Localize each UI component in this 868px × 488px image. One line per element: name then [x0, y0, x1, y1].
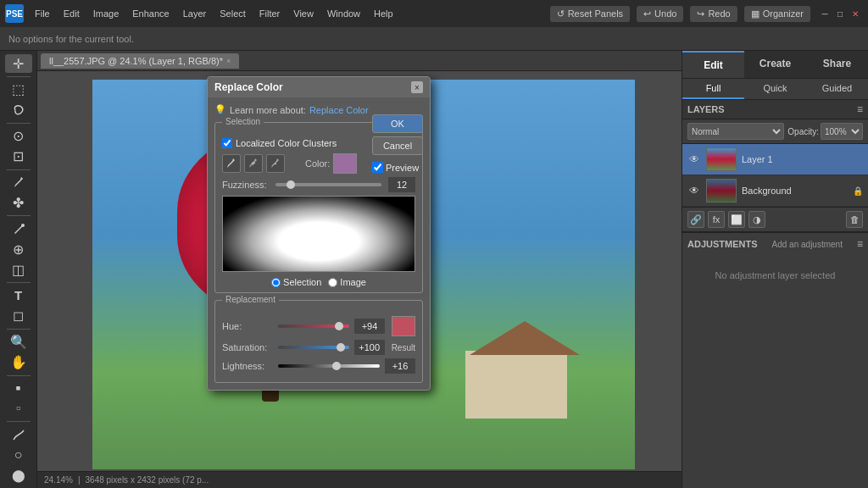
lightness-thumb[interactable] — [332, 362, 341, 370]
opacity-label: Opacity: — [787, 127, 819, 136]
spot-healing-tool[interactable]: ✤ — [5, 193, 32, 212]
color-swatch[interactable] — [333, 153, 357, 174]
saturation-slider[interactable] — [278, 346, 349, 349]
layers-menu-icon[interactable]: ≡ — [857, 103, 863, 115]
toolbar-separator-5 — [7, 282, 31, 283]
blend-mode-select[interactable]: Normal — [687, 123, 784, 140]
layer-fx-button[interactable]: fx — [708, 211, 725, 228]
minimize-button[interactable]: ─ — [817, 6, 832, 21]
menu-select[interactable]: Select — [214, 5, 252, 22]
selection-radio[interactable] — [271, 278, 281, 287]
dialog-titlebar: Replace Color × — [208, 77, 430, 97]
move-tool[interactable]: ✛ — [5, 54, 32, 73]
marquee-tool[interactable]: ⬚ — [5, 80, 32, 99]
quick-select-tool[interactable]: ⊙ — [5, 126, 32, 145]
toolbar-separator-6 — [7, 329, 31, 330]
reset-panels-button[interactable]: ↺ Reset Panels — [550, 6, 630, 22]
brush-tool[interactable] — [5, 219, 32, 238]
crop-tool[interactable]: ⊡ — [5, 147, 32, 166]
saturation-thumb[interactable] — [337, 343, 345, 352]
cancel-button[interactable]: Cancel — [372, 136, 423, 155]
opacity-select[interactable]: 100% — [821, 123, 863, 140]
ok-button[interactable]: OK — [372, 114, 423, 133]
smudge-tool[interactable] — [5, 425, 32, 444]
background-color[interactable]: ▫ — [5, 399, 32, 418]
hue-slider[interactable] — [278, 324, 349, 328]
eyedropper-tool[interactable] — [5, 173, 32, 191]
menu-enhance[interactable]: Enhance — [126, 5, 175, 22]
menu-filter[interactable]: Filter — [253, 5, 286, 22]
foreground-color[interactable]: ▪ — [5, 379, 32, 397]
layer-adj-button[interactable]: ◑ — [748, 211, 765, 228]
hue-value[interactable] — [354, 319, 385, 334]
menu-window[interactable]: Window — [321, 5, 366, 22]
hue-row: Hue: — [222, 316, 415, 336]
preview-checkbox[interactable] — [372, 162, 383, 173]
selection-label: Selection — [222, 117, 264, 126]
no-adjustment-text: No adjustment layer selected — [715, 270, 836, 280]
layer-item-1[interactable]: 👁 Layer 1 — [682, 144, 868, 175]
tab-close-button[interactable]: × — [226, 57, 231, 65]
undo-button[interactable]: ↩ Undo — [637, 6, 683, 22]
close-button[interactable]: ✕ — [848, 6, 863, 21]
zoom-level: 24.14% — [44, 475, 73, 485]
layer-delete-button[interactable]: 🗑 — [846, 211, 863, 228]
view-tabs: Full Quick Guided — [682, 79, 868, 100]
layer-mask-button[interactable]: ⬜ — [728, 211, 745, 228]
zoom-tool[interactable]: 🔍 — [5, 333, 32, 352]
selection-preview — [222, 196, 415, 272]
shape-tool[interactable]: ◻ — [5, 307, 32, 325]
eyedropper-add-button[interactable]: + — [244, 154, 263, 173]
eraser-tool[interactable]: ◫ — [5, 260, 32, 279]
menu-layer[interactable]: Layer — [177, 5, 213, 22]
image-radio-label: Image — [340, 277, 366, 287]
fuzziness-slider[interactable] — [275, 183, 381, 186]
lightness-slider[interactable] — [278, 364, 380, 368]
color-replace-tool[interactable]: ⬤ — [5, 466, 32, 485]
menu-edit[interactable]: Edit — [58, 5, 86, 22]
toolbar-separator-2 — [7, 123, 31, 124]
organizer-button[interactable]: ▦ Organizer — [744, 6, 810, 22]
dialog-close-button[interactable]: × — [411, 81, 423, 93]
clone-tool[interactable]: ⊕ — [5, 240, 32, 258]
tab-edit[interactable]: Edit — [682, 51, 744, 78]
hue-thumb[interactable] — [335, 322, 343, 330]
app-logo: PSE — [5, 4, 24, 23]
saturation-value[interactable] — [354, 340, 385, 355]
document-tab[interactable]: ll__2557.JPG @ 24.1% (Layer 1, RGB/8)* × — [41, 53, 239, 69]
replace-color-link[interactable]: Replace Color — [309, 105, 369, 115]
dialog-title: Replace Color — [214, 81, 283, 93]
maximize-button[interactable]: □ — [832, 6, 848, 21]
text-tool[interactable]: T — [5, 286, 32, 305]
menu-view[interactable]: View — [287, 5, 320, 22]
hand-tool[interactable]: ✋ — [5, 353, 32, 372]
menu-image[interactable]: Image — [87, 5, 125, 22]
tab-create[interactable]: Create — [744, 51, 806, 78]
layer-lock-icon: 🔒 — [853, 186, 863, 196]
layer-bg-visibility[interactable]: 👁 — [687, 184, 701, 197]
view-guided[interactable]: Guided — [806, 79, 868, 99]
dodge-tool[interactable]: ○ — [5, 446, 32, 464]
layer-item-bg[interactable]: 👁 Background 🔒 — [682, 175, 868, 207]
eyedropper-button[interactable] — [222, 154, 241, 173]
view-quick[interactable]: Quick — [744, 79, 806, 99]
view-full[interactable]: Full — [682, 79, 744, 99]
redo-button[interactable]: ↪ Redo — [690, 6, 737, 22]
eyedropper-subtract-button[interactable]: - — [266, 154, 285, 173]
menu-file[interactable]: File — [29, 5, 56, 22]
layer-1-visibility[interactable]: 👁 — [687, 152, 701, 166]
tab-share[interactable]: Share — [806, 51, 868, 78]
house — [465, 351, 567, 419]
adjustments-section: ADJUSTMENTS Add an adjustment ≡ No adjus… — [682, 232, 868, 302]
image-radio[interactable] — [328, 278, 337, 287]
lightness-value[interactable] — [385, 358, 415, 374]
lasso-tool[interactable] — [5, 101, 32, 119]
result-swatch[interactable] — [392, 316, 415, 336]
layer-link-button[interactable]: 🔗 — [687, 211, 704, 228]
fuzziness-value[interactable] — [388, 177, 415, 192]
menu-help[interactable]: Help — [368, 5, 399, 22]
fuzziness-thumb[interactable] — [287, 180, 295, 189]
adjustments-menu-icon[interactable]: ≡ — [857, 238, 863, 250]
localized-clusters-checkbox[interactable] — [222, 138, 232, 148]
document-dimensions: 3648 pixels x 2432 pixels (72 p... — [86, 475, 209, 485]
